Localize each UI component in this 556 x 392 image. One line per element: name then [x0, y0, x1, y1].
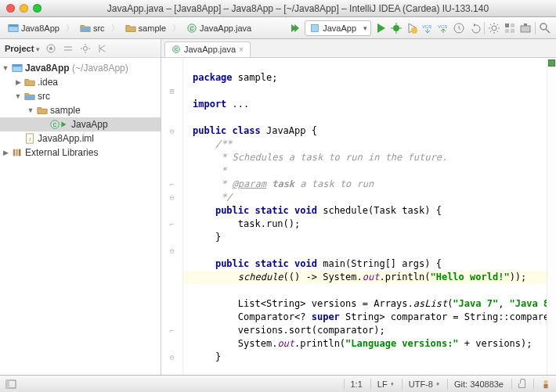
breadcrumb-label: JavaApp.java: [200, 23, 251, 33]
svg-text:J: J: [28, 136, 31, 142]
hector-icon[interactable]: [533, 379, 551, 390]
vcs-revert-button[interactable]: [468, 22, 481, 34]
main-toolbar: Java8App 〉 src 〉 sample 〉 C JavaApp.java…: [0, 17, 556, 39]
svg-rect-2: [81, 27, 90, 31]
editor-area: C JavaApp.java × ⊞ ⊖ ⌐ ⊖ ⌐ ⊖: [161, 39, 556, 375]
tab-label: JavaApp.java: [184, 45, 236, 54]
source-folder-icon: [24, 91, 35, 102]
status-bar: 1:1 LF ♦ UTF-8 ♦ Git: 340883e: [0, 375, 556, 392]
module-icon: [8, 23, 19, 34]
close-window-button[interactable]: [6, 4, 15, 13]
vcs-commit-button[interactable]: VCS: [437, 22, 449, 34]
debug-button[interactable]: [390, 22, 403, 34]
svg-rect-35: [13, 149, 16, 156]
breadcrumb-sep: 〉: [66, 23, 74, 34]
editor-tab[interactable]: C JavaApp.java ×: [164, 41, 251, 57]
svg-point-11: [411, 27, 417, 34]
close-tab-icon[interactable]: ×: [239, 45, 244, 54]
line-separator[interactable]: LF ♦: [370, 379, 394, 390]
minimize-window-button[interactable]: [20, 4, 28, 13]
window-title: JavaApp.java – [Java8App] – Java8App – […: [46, 3, 550, 14]
svg-rect-36: [16, 149, 18, 156]
package-icon: [37, 105, 48, 116]
svg-text:C: C: [190, 25, 194, 31]
java-class-icon: C: [171, 45, 181, 54]
breadcrumb-project[interactable]: Java8App: [5, 22, 63, 34]
tree-node-src[interactable]: ▼ src: [0, 89, 161, 103]
breadcrumb-file[interactable]: C JavaApp.java: [183, 22, 255, 34]
tree-node-external-libs[interactable]: ▶ External Libraries: [0, 146, 161, 160]
settings-button[interactable]: [488, 22, 500, 34]
git-branch[interactable]: Git: 340883e: [447, 379, 504, 390]
svg-point-42: [543, 379, 547, 383]
svg-text:C: C: [52, 122, 56, 128]
project-view-switch[interactable]: Project: [5, 44, 40, 53]
project-tree[interactable]: ▼ Java8App (~/Java8App) ▶ .idea ▼ src ▼ …: [0, 58, 161, 163]
code-body[interactable]: package sample; import ... public class …: [183, 58, 547, 375]
tree-node-sample[interactable]: ▼ sample: [0, 103, 161, 117]
autoscroll-from-source-icon[interactable]: [45, 42, 57, 55]
caret-position[interactable]: 1:1: [344, 379, 363, 390]
error-stripe[interactable]: [547, 58, 556, 375]
run-config-icon: [310, 23, 320, 33]
zoom-window-button[interactable]: [33, 4, 42, 13]
collapse-all-icon[interactable]: [62, 42, 74, 55]
breadcrumb-label: src: [93, 23, 105, 33]
folder-icon: [24, 77, 35, 88]
svg-point-22: [540, 23, 547, 30]
svg-rect-29: [13, 65, 22, 67]
coverage-button[interactable]: [406, 22, 418, 34]
source-folder-icon: [80, 23, 91, 34]
tree-node-javaapp[interactable]: C JavaApp: [0, 117, 161, 131]
svg-text:VCS: VCS: [438, 24, 447, 29]
lock-icon: [518, 383, 525, 388]
breadcrumb-sep: 〉: [111, 23, 119, 34]
project-structure-button[interactable]: [504, 22, 516, 34]
svg-line-23: [546, 29, 550, 33]
breadcrumb-package[interactable]: sample: [122, 22, 169, 34]
package-icon: [125, 23, 136, 34]
tree-node-idea[interactable]: ▶ .idea: [0, 75, 161, 89]
code-editor[interactable]: ⊞ ⊖ ⌐ ⊖ ⌐ ⊖ ⌐ ⊖: [161, 58, 556, 375]
vcs-update-button[interactable]: VCS: [421, 22, 434, 34]
project-tool-window: Project ▼ Java8App (~/Java8App) ▶ .idea …: [0, 39, 161, 375]
hide-tool-window-icon[interactable]: [96, 42, 109, 55]
project-view-header: Project: [0, 39, 161, 58]
breadcrumb-label: Java8App: [21, 23, 60, 33]
svg-rect-19: [511, 29, 514, 33]
run-config-label: JavaApp: [323, 23, 356, 33]
iml-file-icon: J: [24, 133, 35, 144]
java-class-icon: C: [186, 23, 197, 34]
sdk-button[interactable]: [519, 22, 532, 34]
tree-node-iml[interactable]: J Java8App.iml: [0, 131, 161, 146]
tool-windows-toggle[interactable]: [5, 378, 17, 390]
run-config-dropdown[interactable]: JavaApp: [305, 20, 371, 36]
svg-rect-37: [19, 149, 21, 156]
tree-root[interactable]: ▼ Java8App (~/Java8App): [0, 61, 161, 75]
svg-point-6: [393, 25, 399, 31]
breadcrumb-sep: 〉: [172, 23, 180, 34]
svg-rect-43: [543, 384, 547, 388]
separator: [535, 22, 536, 34]
vcs-history-button[interactable]: [453, 22, 465, 34]
svg-rect-1: [9, 24, 18, 27]
svg-text:C: C: [175, 47, 179, 52]
search-everywhere-button[interactable]: [539, 22, 551, 34]
svg-rect-30: [25, 95, 34, 99]
svg-rect-21: [524, 23, 527, 26]
inspection-indicator[interactable]: [548, 59, 555, 67]
breadcrumb-src[interactable]: src: [77, 22, 108, 34]
readonly-toggle[interactable]: [511, 379, 525, 390]
svg-rect-16: [505, 23, 509, 27]
svg-rect-17: [511, 23, 514, 27]
make-project-button[interactable]: [289, 22, 301, 34]
breadcrumb-label: sample: [139, 23, 166, 33]
view-options-icon[interactable]: [79, 42, 92, 55]
svg-point-15: [492, 26, 496, 31]
svg-point-26: [83, 46, 87, 50]
file-encoding[interactable]: UTF-8 ♦: [402, 379, 439, 390]
run-button[interactable]: [374, 22, 387, 34]
svg-rect-5: [312, 24, 319, 31]
editor-gutter[interactable]: ⊞ ⊖ ⌐ ⊖ ⌐ ⊖ ⌐ ⊖: [161, 58, 183, 375]
runnable-icon: [58, 119, 69, 130]
